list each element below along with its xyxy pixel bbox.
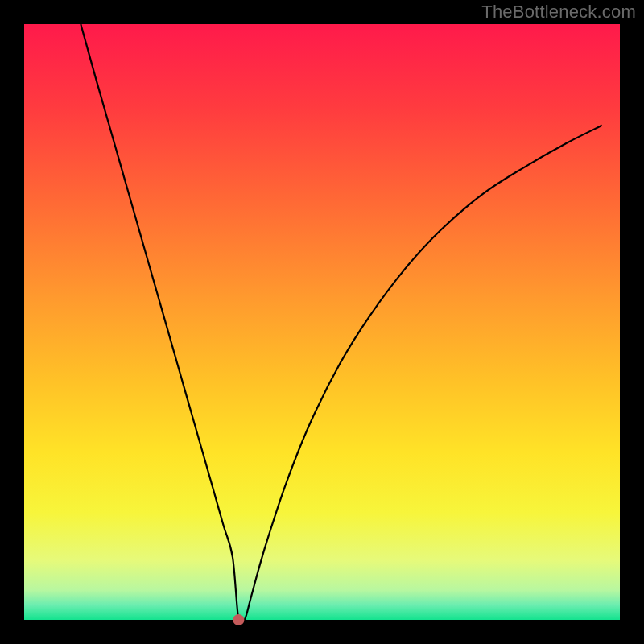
- watermark-text: TheBottleneck.com: [481, 2, 636, 23]
- optimal-point-marker: [233, 614, 244, 625]
- chart-plot-area: [24, 24, 620, 620]
- bottleneck-chart: [0, 0, 644, 644]
- chart-root: TheBottleneck.com: [0, 0, 644, 644]
